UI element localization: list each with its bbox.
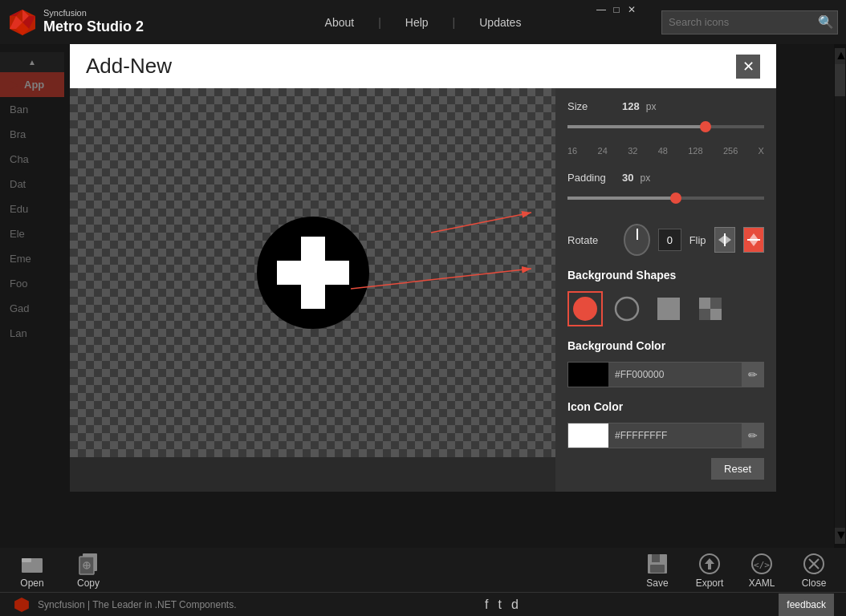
nav-updates[interactable]: Updates [467,16,533,29]
flip-label: Flip [689,234,706,246]
padding-unit: px [640,172,650,184]
rotate-label: Rotate [567,234,616,246]
add-new-modal: Add-New ✕ [70,44,776,492]
size-slider-labels: 16 24 32 48 128 256 X [567,146,764,156]
nav-help[interactable]: Help [393,16,441,29]
nav-links: About | Help | Updates [313,16,534,29]
nav-sep2: | [441,16,468,29]
svg-marker-16 [749,233,759,240]
maximize-icon[interactable]: □ [611,4,622,15]
bg-shape-circle-filled[interactable] [567,291,603,326]
svg-marker-13 [718,235,725,245]
titlebar: Syncfusion Metro Studio 2 — □ ✕ About | … [0,0,846,44]
circle-filled-icon [571,294,600,323]
rotate-needle [637,229,638,240]
bg-shape-square[interactable] [651,291,686,326]
bg-shape-checker[interactable] [693,291,728,326]
padding-slider[interactable] [567,193,764,205]
svg-marker-14 [725,235,731,245]
status-bar: Syncfusion | The Leader in .NET Componen… [0,592,846,616]
icon-color-row: ✏ [567,423,764,448]
size-row: Size 128 px [567,100,764,112]
svg-text:</>: </> [754,560,770,570]
flip-h-icon [717,232,733,248]
svg-point-19 [616,298,638,320]
svg-rect-22 [699,298,710,309]
modal-title: Add-New [86,54,172,79]
app-title-text: Syncfusion Metro Studio 2 [43,8,144,36]
syncfusion-logo-icon [8,8,37,37]
copy-icon [76,552,100,576]
padding-label: Padding [567,172,616,184]
nav-about[interactable]: About [313,16,367,29]
icon-color-hex-input[interactable] [608,424,742,448]
rotate-row: Rotate 0 Flip [567,224,764,256]
dribbble-icon[interactable]: d [511,598,519,612]
rotate-dial[interactable] [624,224,650,256]
svg-rect-33 [650,565,665,573]
svg-rect-23 [710,309,722,320]
settings-panel: Size 128 px 16 24 32 48 128 [555,88,776,492]
svg-point-18 [573,297,597,321]
app-name-line2: Metro Studio 2 [43,18,144,36]
svg-rect-8 [277,261,349,285]
icon-svg [253,213,373,333]
icon-color-swatch[interactable] [568,424,608,448]
feedback-button[interactable]: feedback [779,594,834,616]
circle-outline-icon [612,294,641,323]
size-value: 128 [622,100,640,112]
padding-slider-fill [567,197,676,200]
status-text: Syncfusion | The Leader in .NET Componen… [38,599,236,610]
status-logo-icon [12,597,31,613]
preview-canvas [70,88,555,457]
rotate-value[interactable]: 0 [658,229,681,251]
padding-slider-thumb[interactable] [670,192,681,204]
open-button[interactable]: Open [12,552,52,589]
svg-rect-32 [652,554,660,562]
modal-close-button[interactable]: ✕ [736,55,760,79]
save-button[interactable]: Save [637,552,677,589]
export-icon [698,552,722,576]
bg-color-row: ✏ [567,362,764,387]
search-input[interactable] [661,10,838,34]
size-slider[interactable] [567,122,764,133]
size-unit: px [646,101,657,112]
flip-vertical-button[interactable] [743,227,764,253]
size-label: Size [567,100,616,112]
size-slider-track [567,125,764,128]
bg-shape-circle-outline[interactable] [609,291,645,326]
copy-button[interactable]: Copy [68,552,108,589]
save-icon [645,552,669,576]
close-window-icon[interactable]: ✕ [626,4,637,15]
search-icon[interactable]: 🔍 [818,14,834,30]
social-icons: f t d [485,598,519,612]
twitter-icon[interactable]: t [498,598,501,612]
icon-color-edit-button[interactable]: ✏ [742,424,763,448]
modal-body: Size 128 px 16 24 32 48 128 [70,88,776,492]
facebook-icon[interactable]: f [485,598,488,612]
export-button[interactable]: Export [689,552,730,589]
padding-value: 30 [622,172,633,184]
xaml-icon: </> [750,552,774,576]
window-controls: — □ ✕ [596,4,637,15]
xaml-button[interactable]: </> XAML [742,552,782,589]
search-area: 🔍 [661,10,838,34]
open-icon [20,552,44,576]
bottom-btn-group: Save Export </> XAML Close [637,552,834,589]
bg-color-edit-button[interactable]: ✏ [742,363,763,387]
bg-shapes-row [567,291,764,326]
size-slider-thumb[interactable] [700,121,711,132]
flip-horizontal-button[interactable] [714,227,735,253]
size-slider-fill [567,125,706,128]
bg-color-title: Background Color [567,339,764,352]
bg-color-hex-input[interactable] [608,363,742,387]
close-button[interactable]: Close [794,552,834,589]
checker-icon [696,294,725,323]
bg-color-swatch[interactable] [568,363,608,387]
svg-rect-20 [657,298,680,320]
icon-color-title: Icon Color [567,400,764,413]
svg-marker-17 [749,240,759,246]
minimize-icon[interactable]: — [596,4,607,15]
reset-button[interactable]: Reset [711,458,764,480]
padding-row: Padding 30 px [567,172,764,184]
